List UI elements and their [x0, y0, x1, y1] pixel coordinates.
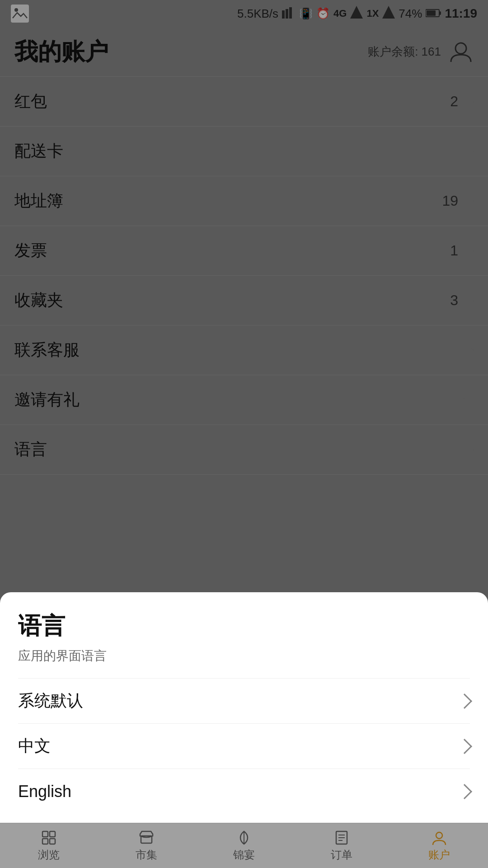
language-option-system-default[interactable]: 系统默认: [18, 678, 470, 723]
sheet-subtitle: 应用的界面语言: [18, 647, 470, 665]
sheet-item-label: English: [18, 782, 71, 801]
sheet-item-label: 中文: [18, 735, 51, 757]
chevron-right-icon: [457, 739, 472, 754]
sheet-title: 语言: [18, 610, 470, 642]
chevron-right-icon: [457, 693, 472, 709]
sheet-item-label: 系统默认: [18, 690, 83, 712]
language-option-chinese[interactable]: 中文: [18, 723, 470, 769]
language-sheet: 语言 应用的界面语言 系统默认 中文 English: [0, 592, 488, 823]
chevron-right-icon: [457, 784, 472, 799]
language-option-english[interactable]: English: [18, 769, 470, 814]
